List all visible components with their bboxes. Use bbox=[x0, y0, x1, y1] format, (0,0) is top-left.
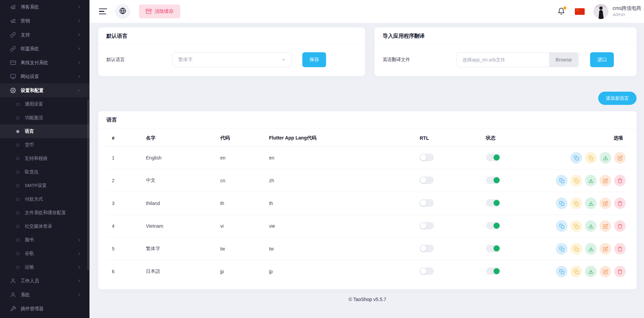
default-language-select[interactable]: 繁体字 bbox=[173, 52, 292, 67]
default-language-card: 默认语言 默认语言 繁体字 保存 bbox=[98, 27, 365, 76]
delete-button[interactable] bbox=[614, 266, 626, 277]
chevron-right-icon bbox=[77, 265, 81, 269]
edit-button[interactable] bbox=[600, 198, 611, 209]
copy-alt-button[interactable] bbox=[570, 220, 582, 232]
sidebar-item-17[interactable]: 脸书 bbox=[0, 233, 89, 247]
sidebar-item-15[interactable]: 文件系统和缓存配置 bbox=[0, 206, 89, 220]
sidebar-item-22[interactable]: 插件管理器 bbox=[0, 302, 89, 316]
delete-button[interactable] bbox=[614, 175, 626, 186]
sidebar-item-14[interactable]: 付款方式 bbox=[0, 192, 89, 206]
save-button[interactable]: 保存 bbox=[302, 52, 326, 67]
sidebar-item-2[interactable]: 支持 bbox=[0, 28, 89, 42]
download-button[interactable] bbox=[585, 266, 597, 277]
sidebar-item-3[interactable]: 联盟系统 bbox=[0, 42, 89, 56]
clear-cache-button[interactable]: 清除缓存 bbox=[139, 4, 180, 18]
notifications-bell-button[interactable] bbox=[558, 7, 566, 16]
table-row: 2中文cnzh bbox=[106, 169, 628, 192]
sidebar-item-7[interactable]: 通用设置 bbox=[0, 97, 89, 111]
language-flag-cn[interactable] bbox=[575, 8, 585, 15]
delete-button[interactable] bbox=[614, 243, 626, 255]
sidebar-item-16[interactable]: 社交媒体登录 bbox=[0, 220, 89, 233]
copy-button[interactable] bbox=[556, 220, 567, 232]
download-button[interactable] bbox=[585, 220, 597, 232]
sidebar-item-label: 设置和配置 bbox=[21, 88, 77, 94]
cell-code: cn bbox=[218, 169, 266, 192]
sidebar-item-9[interactable]: 语言 bbox=[0, 125, 89, 138]
copy-alt-button[interactable] bbox=[570, 198, 582, 209]
copy-button[interactable] bbox=[556, 198, 567, 209]
rtl-toggle[interactable] bbox=[420, 199, 434, 207]
status-toggle[interactable] bbox=[486, 199, 500, 207]
copy-alt-button[interactable] bbox=[585, 152, 597, 164]
sidebar-item-18[interactable]: 谷歌 bbox=[0, 247, 89, 260]
rtl-toggle[interactable] bbox=[420, 154, 434, 161]
copy-alt-button[interactable] bbox=[570, 266, 582, 277]
sidebar-item-11[interactable]: 瓦特和税收 bbox=[0, 152, 89, 165]
sidebar-item-5[interactable]: 网站设置 bbox=[0, 70, 89, 83]
edit-button[interactable] bbox=[600, 266, 611, 277]
add-new-language-button[interactable]: 添加新语言 bbox=[598, 92, 637, 105]
translation-file-input[interactable] bbox=[457, 52, 549, 67]
rtl-toggle[interactable] bbox=[420, 245, 434, 252]
edit-button[interactable] bbox=[600, 220, 611, 232]
globe-button[interactable] bbox=[115, 4, 130, 19]
rtl-toggle[interactable] bbox=[420, 176, 434, 184]
copy-button[interactable] bbox=[556, 243, 567, 255]
status-toggle[interactable] bbox=[486, 154, 500, 161]
sidebar-item-0[interactable]: 博客系统 bbox=[0, 0, 89, 14]
sidebar-item-21[interactable]: 系统 bbox=[0, 288, 89, 302]
delete-button[interactable] bbox=[614, 198, 626, 209]
card-title: 导入应用程序翻译 bbox=[383, 33, 425, 39]
download-button[interactable] bbox=[585, 198, 597, 209]
sidebar-item-6[interactable]: 设置和配置 bbox=[0, 83, 89, 97]
rtl-toggle[interactable] bbox=[420, 267, 434, 275]
cell-flutter_code: tw bbox=[266, 238, 417, 260]
bullet-icon bbox=[16, 252, 19, 255]
file-input-group: Browse bbox=[457, 52, 579, 67]
sidebar-item-10[interactable]: 货币 bbox=[0, 138, 89, 152]
topbar: 清除缓存 cms跨境电商 admin bbox=[89, 0, 644, 23]
hamburger-menu-icon[interactable] bbox=[99, 8, 108, 15]
edit-button[interactable] bbox=[600, 243, 611, 255]
cell-status bbox=[483, 238, 550, 260]
sidebar-item-label: SMTP设置 bbox=[25, 183, 81, 189]
sidebar-item-8[interactable]: 功能激活 bbox=[0, 111, 89, 125]
import-button[interactable]: 进口 bbox=[590, 52, 614, 67]
copy-button[interactable] bbox=[556, 266, 567, 277]
browse-button[interactable]: Browse bbox=[549, 52, 579, 67]
avatar[interactable] bbox=[593, 4, 608, 19]
user-icon bbox=[10, 292, 16, 298]
chevron-right-icon bbox=[77, 293, 81, 297]
sidebar-scrollbar[interactable] bbox=[87, 99, 89, 270]
chevron-right-icon bbox=[77, 33, 81, 37]
cell-status bbox=[483, 192, 550, 215]
sidebar-item-13[interactable]: SMTP设置 bbox=[0, 179, 89, 192]
rtl-toggle[interactable] bbox=[420, 222, 434, 229]
toggle-knob bbox=[420, 177, 426, 183]
status-toggle[interactable] bbox=[486, 245, 500, 252]
edit-button[interactable] bbox=[614, 152, 626, 164]
sidebar-item-20[interactable]: 工作人员 bbox=[0, 274, 89, 288]
status-toggle[interactable] bbox=[486, 267, 500, 275]
default-language-label: 默认语言 bbox=[106, 57, 173, 63]
copy-alt-button[interactable] bbox=[570, 175, 582, 186]
copy-button[interactable] bbox=[556, 175, 567, 186]
download-button[interactable] bbox=[585, 243, 597, 255]
copy-alt-button[interactable] bbox=[570, 243, 582, 255]
cell-flutter_code: vie bbox=[266, 215, 417, 238]
sidebar-item-19[interactable]: 运输 bbox=[0, 260, 89, 274]
status-toggle[interactable] bbox=[486, 222, 500, 229]
delete-button[interactable] bbox=[614, 220, 626, 232]
sidebar-item-4[interactable]: 离线支付系统 bbox=[0, 56, 89, 70]
status-toggle[interactable] bbox=[486, 176, 500, 184]
edit-button[interactable] bbox=[600, 175, 611, 186]
download-button[interactable] bbox=[585, 175, 597, 186]
download-button[interactable] bbox=[600, 152, 611, 164]
wrench-icon bbox=[10, 306, 16, 312]
sidebar-item-12[interactable]: 取货点 bbox=[0, 165, 89, 179]
copy-button[interactable] bbox=[570, 152, 582, 164]
sidebar-item-1[interactable]: 营销 bbox=[0, 14, 89, 28]
cell-name: thiland bbox=[143, 192, 218, 215]
user-meta[interactable]: cms跨境电商 admin bbox=[612, 5, 641, 17]
sidebar-item-label: 脸书 bbox=[25, 237, 77, 243]
